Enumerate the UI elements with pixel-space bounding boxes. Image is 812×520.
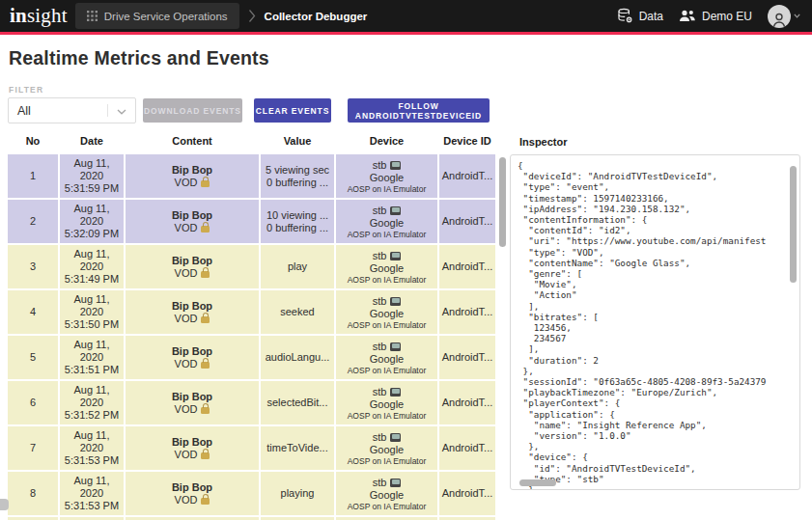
cell-text: Aug 11,: [73, 248, 109, 260]
table-row[interactable]: 1Aug 11,20205:31:59 PMBip BopVOD5 viewin…: [8, 154, 495, 198]
lock-icon: [201, 180, 210, 187]
cell-device: stbGoogleAOSP on IA Emulator: [336, 245, 437, 288]
app-switcher-menu[interactable]: Drive Service Operations: [75, 3, 239, 29]
cell-value: playing: [261, 472, 334, 515]
column-header: Date: [60, 135, 124, 147]
cell-value: seeked: [261, 290, 334, 334]
content-type-line: VOD: [175, 267, 210, 280]
cell-text: 5:31:52 PM: [65, 409, 119, 422]
filter-select[interactable]: All: [8, 97, 136, 123]
table-header-row: NoDateContentValueDeviceDevice ID: [8, 135, 495, 147]
cell-value: selectedBit...: [261, 381, 334, 424]
select-divider: [107, 104, 108, 117]
cell-text: VOD: [175, 267, 198, 280]
table-row[interactable]: 7Aug 11,20205:31:53 PMBip BopVODtimeToVi…: [8, 426, 495, 470]
cell-content: Bip BopVOD: [126, 154, 259, 198]
cell-text: 5:31:49 PM: [65, 273, 119, 286]
insight-logo[interactable]: insight: [10, 0, 68, 32]
table-row[interactable]: 2Aug 11,20205:32:09 PMBip BopVOD10 viewi…: [8, 200, 495, 243]
cell-text: play: [288, 260, 307, 273]
cell-text: AndroidT...: [442, 170, 493, 182]
cell-text: AndroidT...: [442, 351, 493, 364]
page-title: Realtime Metrics and Events: [9, 47, 269, 69]
table-vertical-scrollbar[interactable]: [499, 157, 506, 247]
follow-device-button[interactable]: FOLLOW ANDROIDTVTESTDEVICEID: [348, 98, 490, 123]
tv-icon: [390, 252, 401, 260]
cell-text: Google: [370, 489, 404, 502]
inspector-horizontal-scrollbar[interactable]: [519, 479, 556, 486]
cell-device-id: AndroidT...: [439, 154, 495, 198]
cell-device: stbGoogleAOSP on IA Emulator: [336, 290, 437, 334]
tv-icon: [390, 479, 401, 487]
cell-text: Aug 11,: [73, 429, 109, 442]
tv-icon: [390, 433, 401, 442]
chevron-down-icon: [117, 109, 126, 115]
inspector-panel: { "deviceId": "AndroidTVTestDeviceId", "…: [510, 154, 800, 490]
table-row[interactable]: 4Aug 11,20205:31:50 PMBip BopVODseekedst…: [8, 290, 495, 334]
lock-icon: [201, 316, 210, 323]
cell-text: Google: [370, 217, 404, 230]
cell-text: 2020: [80, 215, 103, 228]
cell-text: 2020: [80, 442, 103, 454]
events-table: 1Aug 11,20205:31:59 PMBip BopVOD5 viewin…: [8, 154, 495, 520]
cell-value: play: [261, 245, 334, 288]
cell-value: audioLangu...: [261, 336, 334, 379]
cell-text: 2020: [80, 397, 103, 409]
cell-device-id: AndroidT...: [439, 245, 495, 288]
content-type-line: VOD: [175, 177, 210, 189]
content-type-line: VOD: [175, 222, 210, 234]
page-horizontal-scrollbar[interactable]: [0, 499, 9, 510]
cell-device: stbGoogleAOSP on IA Emulator: [336, 154, 437, 198]
table-row[interactable]: 5Aug 11,20205:31:51 PMBip BopVODaudioLan…: [8, 336, 495, 379]
content-type-line: VOD: [175, 494, 210, 506]
download-events-button[interactable]: DOWNLOAD EVENTS: [143, 98, 242, 123]
grid-icon: [87, 11, 98, 21]
environment-menu[interactable]: Demo EU: [679, 10, 752, 23]
cell-text: AOSP on IA Emulator: [348, 184, 427, 194]
cell-text: 2020: [80, 351, 103, 364]
cell-text: 4: [30, 306, 36, 318]
cell-date: Aug 11,20205:32:09 PM: [60, 200, 124, 243]
cell-text: stb: [373, 295, 387, 308]
inspector-vertical-scrollbar[interactable]: [790, 166, 797, 283]
cell-text: Bip Bop: [172, 300, 212, 313]
cell-device: stbGoogleAOSP on IA Emulator: [336, 336, 437, 379]
data-menu[interactable]: Data: [617, 8, 663, 24]
cell-text: 3: [30, 260, 36, 273]
cell-text: Bip Bop: [172, 391, 212, 403]
cell-text: 5:31:59 PM: [65, 182, 119, 195]
device-type-line: stb: [373, 159, 402, 172]
cell-content: Bip BopVOD: [126, 200, 259, 243]
table-row[interactable]: 8Aug 11,20205:31:53 PMBip BopVODplayings…: [8, 472, 495, 515]
content-type-line: VOD: [175, 313, 210, 325]
tv-icon: [390, 161, 401, 170]
inspector-title: Inspector: [519, 136, 568, 148]
tv-icon: [390, 297, 401, 306]
cell-no: 7: [8, 426, 58, 470]
clear-events-button[interactable]: CLEAR EVENTS: [254, 98, 331, 123]
table-row[interactable]: 3Aug 11,20205:31:49 PMBip BopVODplaystbG…: [8, 245, 495, 288]
cell-text: Bip Bop: [172, 255, 212, 267]
cell-no: 4: [8, 290, 58, 334]
tv-icon: [390, 342, 401, 351]
account-menu[interactable]: [768, 5, 800, 28]
cell-date: Aug 11,20205:31:49 PM: [60, 245, 124, 288]
cell-text: VOD: [175, 313, 198, 325]
cell-text: Bip Bop: [172, 209, 212, 222]
cell-text: VOD: [175, 222, 198, 234]
column-header: No: [8, 135, 58, 147]
column-header: Content: [126, 135, 259, 147]
cell-text: Bip Bop: [172, 481, 212, 494]
cell-date: Aug 11,20205:31:50 PM: [60, 290, 124, 334]
table-row[interactable]: 6Aug 11,20205:31:52 PMBip BopVODselected…: [8, 381, 495, 424]
cell-text: AndroidT...: [442, 397, 493, 409]
cell-text: stb: [373, 477, 387, 489]
cell-value: 5 viewing sec0 buffering ...: [261, 154, 334, 198]
cell-value: timeToVide...: [261, 426, 334, 470]
cell-text: 5:31:50 PM: [65, 318, 119, 331]
cell-text: Aug 11,: [73, 339, 109, 351]
cell-text: 7: [30, 442, 36, 454]
cell-text: AOSP on IA Emulator: [348, 320, 427, 330]
filter-label: FILTER: [9, 85, 43, 95]
lock-icon: [201, 271, 210, 278]
